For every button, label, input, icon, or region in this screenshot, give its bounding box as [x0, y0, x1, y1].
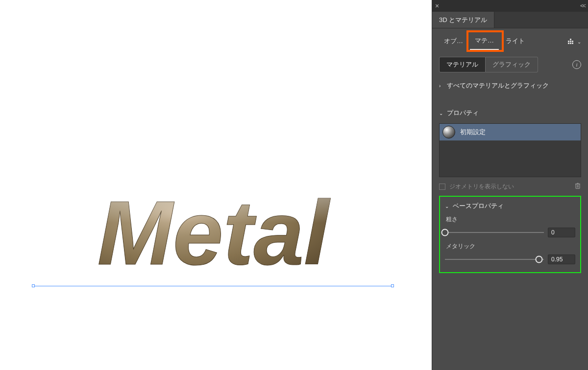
metallic-slider-row: 0.95 [445, 254, 575, 264]
metallic-slider-thumb[interactable] [535, 256, 542, 263]
selection-handle-left[interactable] [32, 284, 35, 287]
grid-icon [567, 38, 575, 46]
render-settings-button[interactable]: ⌄ [567, 38, 581, 46]
section-all-materials-label: すべてのマテリアルとグラフィック [447, 81, 549, 90]
hide-geometry-row: ジオメトリを表示しない [439, 182, 581, 191]
tab-light[interactable]: ライト [501, 34, 530, 49]
metal-render: Metal Metal [24, 186, 402, 284]
top-tabs-row: オブ… マテ… ライト ⌄ [439, 33, 581, 50]
subtab-row: マテリアル グラフィック i [439, 57, 581, 72]
annotation-green-box: ⌄ ベースプロパティ 粗さ 0 メタリック 0.95 [439, 196, 581, 273]
svg-rect-7 [576, 184, 580, 188]
close-icon[interactable]: × [435, 2, 439, 10]
canvas-text-glyphs: Metal [98, 186, 331, 283]
svg-rect-6 [572, 41, 573, 42]
material-item-label: 初期設定 [460, 128, 486, 137]
subtab-graphic[interactable]: グラフィック [486, 57, 538, 72]
svg-rect-4 [572, 43, 573, 44]
roughness-label: 粗さ [446, 215, 575, 224]
tab-object[interactable]: オブ… [439, 34, 468, 49]
chevron-down-icon: ⌄ [445, 204, 450, 209]
svg-rect-0 [568, 41, 569, 42]
selection-handle-right[interactable] [391, 284, 394, 287]
section-properties-label: プロパティ [447, 109, 479, 117]
trash-icon[interactable] [574, 182, 581, 191]
slider-track-line [445, 232, 544, 233]
section-all-materials[interactable]: › すべてのマテリアルとグラフィック [439, 81, 581, 90]
roughness-input[interactable]: 0 [548, 228, 575, 237]
section-properties[interactable]: ⌄ プロパティ [439, 109, 581, 117]
svg-rect-5 [570, 39, 571, 40]
material-swatch-icon [442, 126, 455, 139]
panel-tab-3d-materials[interactable]: 3D とマテリアル [432, 12, 494, 28]
metallic-input[interactable]: 0.95 [548, 254, 575, 264]
panel-header: × << [432, 0, 588, 12]
svg-rect-3 [570, 43, 571, 44]
panel-body: オブ… マテ… ライト ⌄ マテリアル グラフィック i [432, 28, 588, 370]
canvas-text-highlight: Metal [98, 186, 331, 283]
subtab-material[interactable]: マテリアル [439, 57, 486, 72]
chevron-right-icon: › [439, 83, 444, 89]
section-base-properties-label: ベースプロパティ [453, 202, 504, 210]
slider-track-line [445, 259, 544, 260]
svg-rect-2 [568, 43, 569, 44]
roughness-slider-thumb[interactable] [441, 229, 449, 236]
canvas-area[interactable]: Metal Metal [0, 0, 432, 370]
panel-tab-strip: 3D とマテリアル [432, 12, 588, 28]
roughness-slider-row: 0 [445, 228, 575, 237]
metallic-label: メタリック [446, 242, 575, 251]
material-item-default[interactable]: 初期設定 [440, 124, 581, 140]
svg-rect-1 [570, 41, 571, 42]
hide-geometry-checkbox[interactable] [439, 184, 445, 190]
metallic-slider[interactable] [445, 256, 544, 263]
selection-baseline [33, 286, 392, 286]
panel-collapse-icon[interactable]: << [580, 2, 585, 9]
section-base-properties[interactable]: ⌄ ベースプロパティ [445, 202, 575, 210]
materials-panel: × << 3D とマテリアル オブ… マテ… ライト ⌄ [432, 0, 588, 370]
material-list: 初期設定 [439, 123, 581, 177]
canvas-3d-text: Metal Metal [24, 186, 402, 284]
roughness-slider[interactable] [445, 229, 544, 236]
tab-material[interactable]: マテ… [470, 33, 499, 50]
chevron-down-icon: ⌄ [577, 39, 581, 45]
chevron-down-icon: ⌄ [439, 111, 444, 116]
hide-geometry-label: ジオメトリを表示しない [449, 183, 514, 191]
info-icon[interactable]: i [572, 60, 581, 69]
